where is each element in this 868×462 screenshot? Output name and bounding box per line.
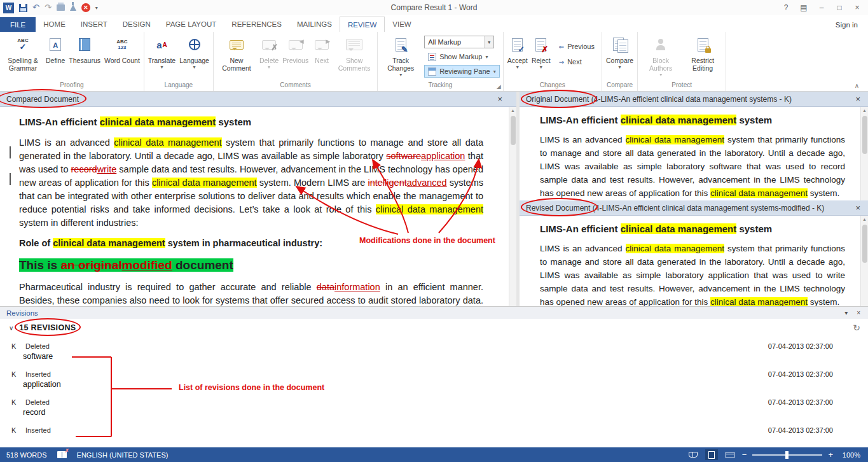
customize-qat-caret-icon[interactable]: ▾ [95,5,98,11]
revised-document-body[interactable]: LIMS-An efficient clinical data manageme… [520,216,868,306]
text-segment-n: LIMS-An efficient [540,115,621,125]
text-segment-n: LIMS is an advanced [540,244,626,253]
close-button[interactable]: × [850,2,865,13]
tab-file[interactable]: FILE [0,17,36,32]
track-changes-button[interactable]: ✎ Track Changes [380,32,422,78]
stop-icon[interactable]: ✕ [81,3,90,12]
minimize-button[interactable]: – [814,2,829,13]
original-pane-header: Original Document (4-LIMS-An efficient c… [520,92,868,107]
language-status[interactable]: ENGLISH (UNITED STATES) [77,451,169,459]
compared-document-body[interactable]: LIMS-An efficient clinical data manageme… [0,107,516,306]
restrict-editing-button[interactable]: Restrict Editing [682,32,724,72]
word-count-status[interactable]: 518 WORDS [6,451,47,459]
tab-page-layout[interactable]: PAGE LAYOUT [158,17,224,32]
define-icon [50,38,61,51]
previous-comment-label: Previous [282,57,308,64]
save-icon[interactable] [19,4,27,12]
compare-icon [613,38,627,52]
language-button[interactable]: Language [177,32,211,70]
show-comments-button[interactable]: Show Comments [333,32,375,72]
zoom-out-button[interactable]: − [742,451,747,459]
text-segment-n: system. [808,297,839,306]
revisions-pane-menu-icon[interactable]: ▾ [844,309,848,316]
tab-references[interactable]: REFERENCES [224,17,289,32]
zoom-slider-thumb[interactable] [785,451,789,459]
ribbon-display-options-button[interactable]: ▤ [796,2,811,13]
scrollbar-thumb[interactable] [862,225,867,263]
text-segment-del: an original [60,258,121,272]
tracking-dialog-launcher-icon[interactable]: ◢ [497,83,501,90]
chevron-down-icon[interactable]: ∨ [9,325,13,332]
revision-action: Inserted [25,426,51,434]
text-segment-n: system [736,223,772,234]
original-scrollbar[interactable]: ▲ [860,107,868,200]
block-authors-button[interactable]: Block Authors [640,32,682,78]
close-icon[interactable]: × [855,94,862,104]
scrollbar-thumb[interactable] [862,116,867,154]
tab-view[interactable]: VIEW [385,17,418,32]
tab-home[interactable]: HOME [36,17,73,32]
word-logo-icon[interactable] [3,3,14,13]
display-for-review-select[interactable]: All Markup ▾ [424,36,494,48]
text-segment-n: system. [808,188,839,198]
text-segment-del: software [386,151,421,161]
revision-item[interactable]: KDeleted07-04-2013 02:37:00software [0,341,868,369]
show-markup-icon [428,53,436,61]
revised-scrollbar[interactable]: ▲ [860,216,868,306]
print-layout-button[interactable] [705,449,718,460]
compared-scrollbar[interactable]: ▲ [509,107,516,306]
text-segment-del: intelligent [368,178,406,188]
show-markup-button[interactable]: Show Markup ▾ [424,50,500,63]
translate-button[interactable]: Translate [146,32,177,70]
previous-comment-button[interactable]: ◀ Previous [280,32,310,64]
accept-label: Accept [507,57,528,64]
next-comment-button[interactable]: ▶ Next [310,32,333,64]
tab-design[interactable]: DESIGN [115,17,158,32]
revision-item[interactable]: KInserted07-04-2013 02:37:00 [0,425,868,447]
accept-button[interactable]: ✓ Accept [506,32,530,70]
compare-button[interactable]: Compare [604,32,635,70]
read-mode-button[interactable] [687,449,699,460]
undo-icon[interactable]: ↶ [32,3,39,12]
previous-change-button[interactable]: ⇐ Previous [555,40,598,53]
close-icon[interactable]: × [497,94,510,104]
word-count-button[interactable]: Word Count [102,32,142,64]
zoom-level[interactable]: 100% [839,451,860,459]
reviewing-pane-button[interactable]: Reviewing Pane ▾ [424,65,500,78]
help-button[interactable]: ? [778,2,794,13]
collapse-ribbon-button[interactable]: ∧ [855,82,859,89]
close-icon[interactable]: × [855,203,862,213]
new-comment-button[interactable]: New Comment [216,32,258,72]
revision-item[interactable]: KDeleted07-04-2013 02:37:00record [0,397,868,425]
maximize-button[interactable]: □ [832,2,847,13]
proofing-status-icon[interactable] [57,451,67,458]
tab-review[interactable]: REVIEW [340,17,385,32]
scroll-up-icon[interactable]: ▲ [861,216,868,223]
close-icon[interactable]: × [857,309,860,316]
spelling-grammar-button[interactable]: Spelling & Grammar [2,32,44,72]
scroll-up-icon[interactable]: ▲ [509,107,516,115]
refresh-icon[interactable]: ↻ [853,323,860,333]
next-change-button[interactable]: ⇒ Next [555,55,598,68]
flask-icon[interactable] [70,4,76,11]
zoom-in-button[interactable]: + [828,451,833,459]
sign-in-link[interactable]: Sign in [836,21,868,32]
printer-icon[interactable] [57,4,65,11]
redo-icon[interactable]: ↷ [45,3,52,12]
scroll-up-icon[interactable]: ▲ [861,107,868,115]
chevron-down-icon[interactable]: ▾ [484,36,493,48]
web-layout-button[interactable] [724,449,736,460]
delete-comment-button[interactable]: ✗ Delete [258,32,280,70]
original-document-body[interactable]: LIMS-An efficient clinical data manageme… [520,107,868,200]
text-segment-hl: clinical data management [100,116,216,127]
reject-button[interactable]: ✗ Reject [530,32,553,70]
tab-insert[interactable]: INSERT [73,17,115,32]
scrollbar-thumb[interactable] [511,116,516,145]
document-area: Compared Document × LIMS-An efficient cl… [0,92,868,306]
revision-timestamp: 07-04-2013 02:37:00 [768,342,833,350]
tab-mailings[interactable]: MAILINGS [289,17,340,32]
revision-item[interactable]: KInserted07-04-2013 02:37:00application [0,369,868,397]
zoom-slider[interactable] [752,454,822,456]
define-button[interactable]: Define [44,32,67,64]
thesaurus-button[interactable]: Thesaurus [67,32,102,64]
